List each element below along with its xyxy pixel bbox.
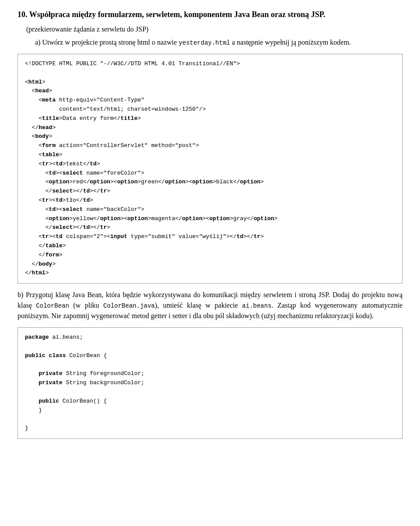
task-a-text: a) Utwórz w projekcie prostą stronę html… — [35, 39, 178, 46]
sub-heading: (przekierowanie żądania z serwletu do JS… — [26, 24, 402, 35]
task-b-text3: ), umieść klasę w pakiecie — [155, 302, 242, 309]
task-b-file: ColorBean.java — [103, 302, 155, 309]
task-b-description: b) Przygotuj klasę Java Bean, która będz… — [18, 290, 402, 321]
code-block-2: package ai.beans; public class ColorBean… — [18, 327, 402, 439]
code-block-1-content: <!DOCTYPE HTML PUBLIC "-//W3C//DTD HTML … — [25, 60, 277, 276]
code-block-1: <!DOCTYPE HTML PUBLIC "-//W3C//DTD HTML … — [18, 54, 402, 284]
task-b-package: ai.beans — [242, 302, 271, 309]
task-a-suffix: a następnie wypełnij ją poniższym kodem. — [230, 39, 351, 46]
task-a-description: a) Utwórz w projekcie prostą stronę html… — [35, 37, 402, 48]
task-b-class: ColorBean — [36, 302, 69, 309]
task-a-filename: yesterday.html — [178, 39, 230, 46]
code-block-2-content: package ai.beans; public class ColorBean… — [25, 334, 144, 431]
task-b-text2: (w pliku — [69, 302, 103, 309]
main-heading: 10. Współpraca między formularzem, serwl… — [18, 9, 402, 21]
